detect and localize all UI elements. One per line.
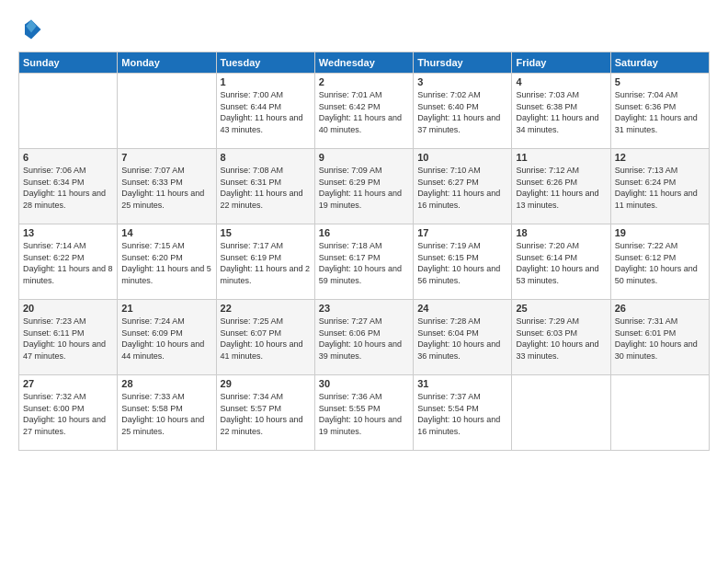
day-info: Sunrise: 7:03 AM Sunset: 6:38 PM Dayligh… bbox=[516, 89, 606, 135]
day-cell: 1Sunrise: 7:00 AM Sunset: 6:44 PM Daylig… bbox=[216, 74, 314, 149]
week-row-1: 1Sunrise: 7:00 AM Sunset: 6:44 PM Daylig… bbox=[19, 74, 710, 149]
day-cell: 30Sunrise: 7:36 AM Sunset: 5:55 PM Dayli… bbox=[314, 375, 413, 451]
day-cell: 7Sunrise: 7:07 AM Sunset: 6:33 PM Daylig… bbox=[118, 149, 216, 224]
day-number: 8 bbox=[221, 152, 311, 163]
day-info: Sunrise: 7:10 AM Sunset: 6:27 PM Dayligh… bbox=[417, 165, 507, 211]
day-number: 12 bbox=[615, 152, 705, 163]
day-info: Sunrise: 7:33 AM Sunset: 5:58 PM Dayligh… bbox=[121, 391, 211, 437]
day-info: Sunrise: 7:04 AM Sunset: 6:36 PM Dayligh… bbox=[615, 89, 705, 135]
day-info: Sunrise: 7:01 AM Sunset: 6:42 PM Dayligh… bbox=[319, 89, 409, 135]
logo-icon bbox=[18, 17, 44, 42]
day-number: 11 bbox=[516, 152, 606, 163]
day-cell: 6Sunrise: 7:06 AM Sunset: 6:34 PM Daylig… bbox=[19, 149, 118, 224]
day-info: Sunrise: 7:27 AM Sunset: 6:06 PM Dayligh… bbox=[319, 316, 409, 362]
day-number: 27 bbox=[23, 378, 113, 389]
day-info: Sunrise: 7:09 AM Sunset: 6:29 PM Dayligh… bbox=[319, 165, 409, 211]
day-cell: 10Sunrise: 7:10 AM Sunset: 6:27 PM Dayli… bbox=[414, 149, 512, 224]
day-cell: 31Sunrise: 7:37 AM Sunset: 5:54 PM Dayli… bbox=[414, 375, 512, 451]
day-cell: 26Sunrise: 7:31 AM Sunset: 6:01 PM Dayli… bbox=[610, 300, 709, 375]
weekday-header-row: SundayMondayTuesdayWednesdayThursdayFrid… bbox=[19, 52, 710, 74]
day-cell: 19Sunrise: 7:22 AM Sunset: 6:12 PM Dayli… bbox=[610, 224, 709, 300]
day-info: Sunrise: 7:06 AM Sunset: 6:34 PM Dayligh… bbox=[23, 165, 113, 211]
day-info: Sunrise: 7:02 AM Sunset: 6:40 PM Dayligh… bbox=[417, 89, 507, 135]
week-row-2: 6Sunrise: 7:06 AM Sunset: 6:34 PM Daylig… bbox=[19, 149, 710, 224]
day-cell: 11Sunrise: 7:12 AM Sunset: 6:26 PM Dayli… bbox=[512, 149, 610, 224]
day-number: 15 bbox=[221, 227, 311, 238]
day-cell: 3Sunrise: 7:02 AM Sunset: 6:40 PM Daylig… bbox=[414, 74, 512, 149]
day-info: Sunrise: 7:15 AM Sunset: 6:20 PM Dayligh… bbox=[121, 240, 211, 286]
day-cell: 29Sunrise: 7:34 AM Sunset: 5:57 PM Dayli… bbox=[216, 375, 314, 451]
day-number: 22 bbox=[221, 303, 311, 314]
day-cell: 9Sunrise: 7:09 AM Sunset: 6:29 PM Daylig… bbox=[314, 149, 413, 224]
weekday-header-thursday: Thursday bbox=[414, 52, 512, 74]
day-number: 21 bbox=[121, 303, 211, 314]
day-number: 30 bbox=[319, 378, 409, 389]
day-cell: 14Sunrise: 7:15 AM Sunset: 6:20 PM Dayli… bbox=[118, 224, 216, 300]
day-info: Sunrise: 7:37 AM Sunset: 5:54 PM Dayligh… bbox=[417, 391, 507, 437]
day-cell: 21Sunrise: 7:24 AM Sunset: 6:09 PM Dayli… bbox=[118, 300, 216, 375]
day-number: 14 bbox=[121, 227, 211, 238]
day-number: 4 bbox=[516, 76, 606, 87]
day-number: 24 bbox=[417, 303, 507, 314]
day-cell bbox=[118, 74, 216, 149]
day-cell: 23Sunrise: 7:27 AM Sunset: 6:06 PM Dayli… bbox=[314, 300, 413, 375]
weekday-header-sunday: Sunday bbox=[19, 52, 118, 74]
day-cell: 13Sunrise: 7:14 AM Sunset: 6:22 PM Dayli… bbox=[19, 224, 118, 300]
day-number: 23 bbox=[319, 303, 409, 314]
day-number: 31 bbox=[417, 378, 507, 389]
weekday-header-friday: Friday bbox=[512, 52, 610, 74]
day-number: 6 bbox=[23, 152, 113, 163]
day-info: Sunrise: 7:18 AM Sunset: 6:17 PM Dayligh… bbox=[319, 240, 409, 286]
day-number: 26 bbox=[615, 303, 705, 314]
day-number: 17 bbox=[417, 227, 507, 238]
weekday-header-monday: Monday bbox=[118, 52, 216, 74]
day-number: 3 bbox=[417, 76, 507, 87]
day-info: Sunrise: 7:34 AM Sunset: 5:57 PM Dayligh… bbox=[221, 391, 311, 437]
day-number: 19 bbox=[615, 227, 705, 238]
day-number: 2 bbox=[319, 76, 409, 87]
day-info: Sunrise: 7:20 AM Sunset: 6:14 PM Dayligh… bbox=[516, 240, 606, 286]
day-cell: 17Sunrise: 7:19 AM Sunset: 6:15 PM Dayli… bbox=[414, 224, 512, 300]
day-cell: 28Sunrise: 7:33 AM Sunset: 5:58 PM Dayli… bbox=[118, 375, 216, 451]
day-info: Sunrise: 7:32 AM Sunset: 6:00 PM Dayligh… bbox=[23, 391, 113, 437]
day-cell: 20Sunrise: 7:23 AM Sunset: 6:11 PM Dayli… bbox=[19, 300, 118, 375]
calendar-table: SundayMondayTuesdayWednesdayThursdayFrid… bbox=[18, 52, 710, 451]
day-number: 1 bbox=[221, 76, 311, 87]
day-number: 10 bbox=[417, 152, 507, 163]
day-number: 16 bbox=[319, 227, 409, 238]
day-info: Sunrise: 7:12 AM Sunset: 6:26 PM Dayligh… bbox=[516, 165, 606, 211]
day-cell: 27Sunrise: 7:32 AM Sunset: 6:00 PM Dayli… bbox=[19, 375, 118, 451]
day-cell bbox=[610, 375, 709, 451]
logo bbox=[18, 17, 46, 42]
day-info: Sunrise: 7:07 AM Sunset: 6:33 PM Dayligh… bbox=[121, 165, 211, 211]
day-info: Sunrise: 7:00 AM Sunset: 6:44 PM Dayligh… bbox=[221, 89, 311, 135]
day-cell: 5Sunrise: 7:04 AM Sunset: 6:36 PM Daylig… bbox=[610, 74, 709, 149]
day-info: Sunrise: 7:08 AM Sunset: 6:31 PM Dayligh… bbox=[221, 165, 311, 211]
day-cell bbox=[512, 375, 610, 451]
day-number: 7 bbox=[121, 152, 211, 163]
day-number: 28 bbox=[121, 378, 211, 389]
day-cell: 15Sunrise: 7:17 AM Sunset: 6:19 PM Dayli… bbox=[216, 224, 314, 300]
day-number: 18 bbox=[516, 227, 606, 238]
day-info: Sunrise: 7:23 AM Sunset: 6:11 PM Dayligh… bbox=[23, 316, 113, 362]
day-info: Sunrise: 7:24 AM Sunset: 6:09 PM Dayligh… bbox=[121, 316, 211, 362]
day-cell: 24Sunrise: 7:28 AM Sunset: 6:04 PM Dayli… bbox=[414, 300, 512, 375]
day-info: Sunrise: 7:14 AM Sunset: 6:22 PM Dayligh… bbox=[23, 240, 113, 286]
day-cell: 22Sunrise: 7:25 AM Sunset: 6:07 PM Dayli… bbox=[216, 300, 314, 375]
day-number: 25 bbox=[516, 303, 606, 314]
day-cell: 16Sunrise: 7:18 AM Sunset: 6:17 PM Dayli… bbox=[314, 224, 413, 300]
day-cell: 4Sunrise: 7:03 AM Sunset: 6:38 PM Daylig… bbox=[512, 74, 610, 149]
header bbox=[18, 17, 710, 42]
day-cell: 2Sunrise: 7:01 AM Sunset: 6:42 PM Daylig… bbox=[314, 74, 413, 149]
day-number: 20 bbox=[23, 303, 113, 314]
day-cell: 25Sunrise: 7:29 AM Sunset: 6:03 PM Dayli… bbox=[512, 300, 610, 375]
day-info: Sunrise: 7:25 AM Sunset: 6:07 PM Dayligh… bbox=[221, 316, 311, 362]
day-cell: 12Sunrise: 7:13 AM Sunset: 6:24 PM Dayli… bbox=[610, 149, 709, 224]
day-info: Sunrise: 7:13 AM Sunset: 6:24 PM Dayligh… bbox=[615, 165, 705, 211]
day-cell: 18Sunrise: 7:20 AM Sunset: 6:14 PM Dayli… bbox=[512, 224, 610, 300]
day-info: Sunrise: 7:22 AM Sunset: 6:12 PM Dayligh… bbox=[615, 240, 705, 286]
day-info: Sunrise: 7:19 AM Sunset: 6:15 PM Dayligh… bbox=[417, 240, 507, 286]
day-cell: 8Sunrise: 7:08 AM Sunset: 6:31 PM Daylig… bbox=[216, 149, 314, 224]
week-row-5: 27Sunrise: 7:32 AM Sunset: 6:00 PM Dayli… bbox=[19, 375, 710, 451]
day-number: 5 bbox=[615, 76, 705, 87]
